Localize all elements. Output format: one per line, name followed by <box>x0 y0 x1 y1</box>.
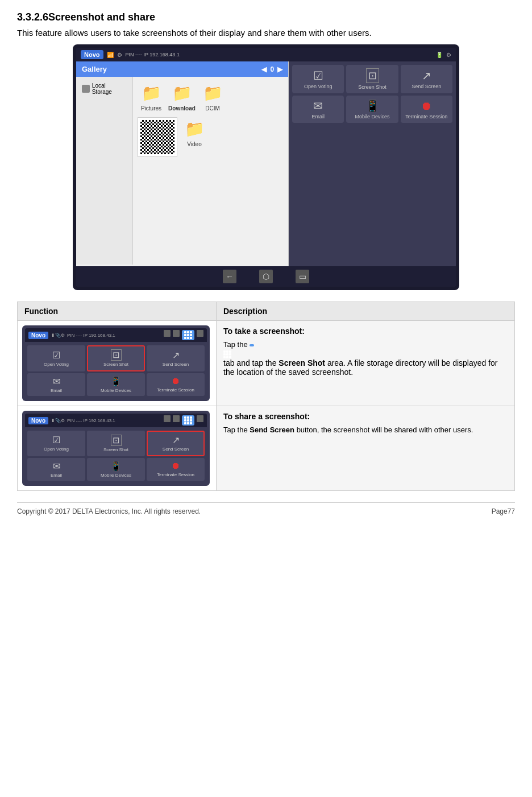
mini-screen-shot-2[interactable]: ⊡ Screen Shot <box>87 431 145 456</box>
mini-terminate-label-1: Terminate Session <box>157 387 194 393</box>
send-screen-label: Send Screen <box>412 84 441 89</box>
mini-email-1[interactable]: ✉ Email <box>27 373 85 397</box>
menu-email[interactable]: ✉ Email <box>292 96 344 123</box>
home-button[interactable]: ⬡ <box>259 270 273 283</box>
signal-icon: 📶 <box>107 52 114 58</box>
mini-send-screen-icon-2: ↗ <box>172 435 180 445</box>
folder-icon-dcim: 📁 <box>199 81 226 104</box>
mobile-devices-icon: 📱 <box>365 99 380 113</box>
mini-ip-2: PIN ---- IP 192.168.43.1 <box>67 418 115 423</box>
recents-button[interactable]: ▭ <box>296 270 309 283</box>
mini-email-label-2: Email <box>51 473 62 478</box>
terminate-session-icon: ⏺ <box>421 100 432 113</box>
mini-email-2[interactable]: ✉ Email <box>27 458 85 481</box>
storage-icon <box>82 85 90 93</box>
mini-logo-1: Novo <box>28 332 48 339</box>
folder-label-pictures: Pictures <box>141 105 161 112</box>
mini-send-screen-icon-1: ↗ <box>172 350 180 361</box>
mini-open-voting-icon-1: ☑ <box>52 350 60 361</box>
mini-ip-1: PIN ---- IP 192.168.43.1 <box>67 333 115 338</box>
desc-text-2a: Tap the Send Screen button, the screensh… <box>223 426 473 434</box>
page-number: Page77 <box>492 507 515 515</box>
mini-device-1: Novo ⏸📎⚙ PIN ---- IP 192.168.43.1 <box>22 325 210 401</box>
gallery-sidebar: Local Storage 📁 Pictures 📁 Download <box>76 77 288 265</box>
open-voting-label: Open Voting <box>304 84 332 89</box>
mini-icons-2 <box>164 415 203 426</box>
mini-signal-1: ⏸📎⚙ <box>51 333 65 338</box>
mini-open-voting-label-1: Open Voting <box>44 362 69 367</box>
folder-dcim[interactable]: 📁 DCIM <box>199 81 226 112</box>
device-mockup: Novo 📶 ⚙ PIN ---- IP 192.168.43.1 🔋 ⚙ Ga… <box>73 44 459 290</box>
mini-menu-grid-2: ☑ Open Voting ⊡ Screen Shot ↗ Send Scree… <box>25 428 207 483</box>
folder-icon-pictures: 📁 <box>138 81 165 104</box>
mini-device-2: Novo ⏸📎⚙ PIN ---- IP 192.168.43.1 <box>22 411 210 486</box>
page-footer: Copyright © 2017 DELTA Electronics, Inc.… <box>17 502 515 515</box>
menu-terminate-session[interactable]: ⏺ Terminate Session <box>401 96 452 123</box>
menu-send-screen[interactable]: ↗ Send Screen <box>401 65 452 93</box>
col-description: Description <box>217 302 515 321</box>
desc-text-1b: tab and tap the Screen Shot area. A file… <box>223 358 498 377</box>
mini-screen-shot-label-1: Screen Shot <box>103 362 128 367</box>
mini-mobile-label-2: Mobile Devices <box>101 473 131 478</box>
screenshot-desc-cell: To take a screenshot: Tap the tab and ta… <box>217 321 515 406</box>
desc-text-1: Tap the <box>223 339 508 350</box>
mini-icon-3 <box>197 330 203 337</box>
mini-icons-1 <box>164 330 203 340</box>
menu-mobile-devices[interactable]: 📱 Mobile Devices <box>346 96 398 123</box>
function-table: Function Description Novo ⏸📎⚙ PIN ---- I… <box>17 302 515 491</box>
gallery-count: 0 <box>270 65 274 73</box>
grid-tab-button[interactable] <box>182 330 194 340</box>
col-function: Function <box>18 302 217 321</box>
mini-screen-shot-1[interactable]: ⊡ Screen Shot <box>87 345 145 371</box>
mini-open-voting-1[interactable]: ☑ Open Voting <box>27 345 85 371</box>
page-title: 3.3.2.6Screenshot and share <box>17 11 515 23</box>
mini-menu-grid-1: ☑ Open Voting ⊡ Screen Shot ↗ Send Scree… <box>25 343 207 398</box>
wifi-icon: ⚙ <box>117 52 122 58</box>
device-topbar: Novo 📶 ⚙ PIN ---- IP 192.168.43.1 🔋 ⚙ <box>76 48 456 61</box>
mini-mobile-label-1: Mobile Devices <box>101 388 131 394</box>
nav-left[interactable]: ◀ <box>261 65 267 73</box>
folder-pictures[interactable]: 📁 Pictures <box>138 81 165 112</box>
settings-icon-top: ⚙ <box>446 52 451 58</box>
gallery-header: Gallery ◀ 0 ▶ <box>76 61 288 77</box>
device-bottombar: ← ⬡ ▭ <box>76 266 456 287</box>
intro-text: This feature allows users to take screen… <box>17 28 515 38</box>
mini-terminate-2[interactable]: ⏺ Terminate Session <box>147 458 205 481</box>
mini-terminate-icon-1: ⏺ <box>171 376 180 386</box>
open-voting-icon: ☑ <box>313 69 323 82</box>
mini-send-screen-label-2: Send Screen <box>163 447 189 452</box>
menu-grid: ☑ Open Voting ⊡ Screen Shot ↗ Send Scree… <box>292 65 452 123</box>
screenshot-image-cell: Novo ⏸📎⚙ PIN ---- IP 192.168.43.1 <box>18 321 217 406</box>
mini-open-voting-2[interactable]: ☑ Open Voting <box>27 431 85 456</box>
gallery-content: 📁 Pictures 📁 Download 📁 DCIM <box>133 77 288 265</box>
mini-send-screen-1[interactable]: ↗ Send Screen <box>147 345 205 371</box>
sidebar-label: Local Storage <box>92 82 127 95</box>
mini-mobile-icon-1: 📱 <box>110 376 122 387</box>
mini-mobile-1[interactable]: 📱 Mobile Devices <box>87 373 145 397</box>
mini-screen-shot-label-2: Screen Shot <box>103 447 128 453</box>
battery-icon: 🔋 <box>436 52 443 58</box>
folder-download[interactable]: 📁 Download <box>168 81 196 112</box>
mini-terminate-1[interactable]: ⏺ Terminate Session <box>147 373 205 397</box>
grid-tab-button-2[interactable] <box>182 415 194 426</box>
copyright-text: Copyright © 2017 DELTA Electronics, Inc.… <box>17 507 201 515</box>
back-button[interactable]: ← <box>223 270 236 283</box>
menu-open-voting[interactable]: ☑ Open Voting <box>292 65 344 93</box>
share-image-cell: Novo ⏸📎⚙ PIN ---- IP 192.168.43.1 <box>18 406 217 491</box>
folder-label-video: Video <box>187 141 201 147</box>
mini-open-voting-label-2: Open Voting <box>44 447 69 452</box>
folder-icon-video: 📁 <box>181 117 208 140</box>
mini-topbar-1: Novo ⏸📎⚙ PIN ---- IP 192.168.43.1 <box>25 328 207 342</box>
mini-mobile-2[interactable]: 📱 Mobile Devices <box>87 458 145 481</box>
mini-email-icon-1: ✉ <box>53 376 60 387</box>
local-storage-item[interactable]: Local Storage <box>80 80 129 97</box>
menu-screen-shot[interactable]: ⊡ Screen Shot <box>346 65 398 93</box>
mini-screen-shot-icon-1: ⊡ <box>111 349 122 361</box>
screen-shot-icon: ⊡ <box>366 68 379 83</box>
mini-send-screen-label-1: Send Screen <box>163 362 189 367</box>
mini-send-screen-2[interactable]: ↗ Send Screen <box>147 431 205 456</box>
nav-right[interactable]: ▶ <box>277 65 282 73</box>
table-row-screenshot: Novo ⏸📎⚙ PIN ---- IP 192.168.43.1 <box>18 321 515 406</box>
desc-text-1a: Tap the <box>223 340 250 349</box>
folder-video[interactable]: 📁 Video <box>181 117 208 147</box>
